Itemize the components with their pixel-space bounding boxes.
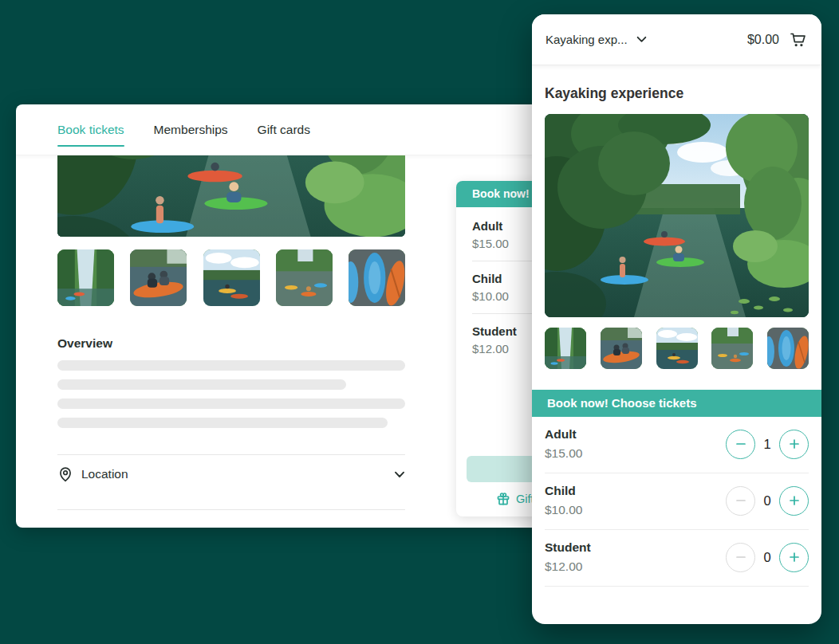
- thumbnail-3[interactable]: [203, 249, 260, 306]
- ticket-price: $10.00: [545, 503, 726, 517]
- decrease-quantity-button[interactable]: [726, 430, 755, 459]
- choose-tickets-banner: Book now! Choose tickets: [532, 390, 821, 417]
- photo-thumbnails: [57, 249, 405, 306]
- thumbnail-5[interactable]: [767, 328, 809, 369]
- photo-thumbnails: [545, 328, 809, 369]
- chevron-down-icon: [636, 36, 647, 43]
- increase-quantity-button[interactable]: [779, 430, 809, 459]
- skeleton-line: [57, 418, 388, 428]
- plus-icon: [788, 438, 801, 450]
- ticket-name: Adult: [545, 427, 726, 442]
- increase-quantity-button[interactable]: [779, 543, 809, 572]
- tab-book-tickets[interactable]: Book tickets: [57, 123, 124, 137]
- ticket-row-adult: Adult $15.00 1: [545, 417, 809, 473]
- ticket-name: Student: [545, 540, 726, 555]
- gift-link[interactable]: Gift: [496, 491, 534, 506]
- app-background: Book tickets Memberships Gift cards Over…: [0, 0, 839, 644]
- plus-icon: [788, 494, 801, 507]
- quantity-value: 1: [755, 437, 779, 452]
- gift-icon: [496, 491, 510, 506]
- quantity-stepper: 0: [726, 543, 809, 572]
- quantity-stepper: 1: [726, 430, 809, 459]
- plus-icon: [788, 551, 801, 564]
- ticket-row-child: Child $10.00 0: [545, 473, 809, 530]
- quantity-value: 0: [755, 493, 779, 509]
- cart-total: $0.00: [747, 33, 779, 47]
- minus-icon: [735, 438, 747, 450]
- event-selector-label: Kayaking exp...: [546, 33, 628, 46]
- skeleton-line: [57, 379, 346, 390]
- ticket-row-student: Student $12.00 0: [545, 530, 809, 587]
- quantity-value: 0: [755, 550, 779, 565]
- skeleton-line: [57, 399, 405, 409]
- ticket-price: $12.00: [545, 560, 726, 574]
- minus-icon: [735, 551, 747, 564]
- event-photo[interactable]: [545, 114, 809, 317]
- river-kayaking-photo: [57, 155, 405, 237]
- location-accordion[interactable]: Location: [57, 455, 405, 493]
- page-tab-bar: Book tickets Memberships Gift cards: [16, 104, 573, 155]
- overview-heading: Overview: [57, 336, 405, 351]
- decrease-quantity-button[interactable]: [726, 486, 755, 516]
- ticket-name: Child: [545, 484, 726, 498]
- event-photo[interactable]: [57, 155, 405, 237]
- thumbnail-4[interactable]: [276, 249, 333, 306]
- thumbnail-5[interactable]: [349, 249, 405, 306]
- widget-header: Kayaking exp... $0.00: [532, 14, 821, 65]
- cart-icon: [788, 30, 808, 49]
- thumbnail-2[interactable]: [601, 328, 642, 369]
- event-selector-dropdown[interactable]: Kayaking exp...: [546, 33, 647, 46]
- tab-gift-cards[interactable]: Gift cards: [258, 123, 310, 137]
- thumbnail-2[interactable]: [130, 249, 187, 306]
- minus-icon: [735, 494, 747, 507]
- checkout-widget: Kayaking exp... $0.00 Kayaking experienc…: [532, 14, 821, 624]
- divider: [57, 509, 405, 510]
- thumbnail-4[interactable]: [711, 328, 753, 369]
- increase-quantity-button[interactable]: [779, 486, 809, 516]
- thumbnail-3[interactable]: [656, 328, 698, 369]
- event-title: Kayaking experience: [545, 85, 809, 102]
- overview-placeholder-text: [57, 360, 405, 428]
- thumbnail-1[interactable]: [545, 328, 586, 369]
- river-kayaking-photo: [545, 114, 809, 317]
- cart-button[interactable]: [788, 30, 808, 49]
- map-pin-icon: [57, 466, 73, 482]
- thumbnail-1[interactable]: [57, 249, 114, 306]
- skeleton-line: [57, 360, 405, 371]
- chevron-down-icon: [394, 471, 405, 478]
- location-label: Location: [81, 467, 128, 481]
- ticket-price: $15.00: [545, 446, 726, 461]
- quantity-stepper: 0: [726, 486, 809, 516]
- decrease-quantity-button[interactable]: [726, 543, 755, 572]
- tab-memberships[interactable]: Memberships: [154, 123, 228, 137]
